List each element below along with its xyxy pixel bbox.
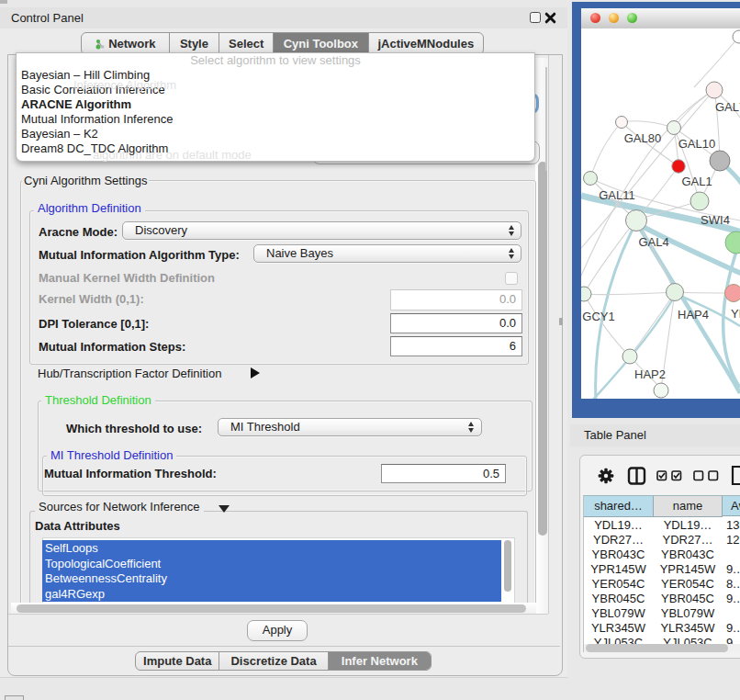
svg-text:GCY1: GCY1 xyxy=(582,310,614,323)
svg-text:GAL11: GAL11 xyxy=(599,188,635,202)
svg-text:GAL7: GAL7 xyxy=(715,100,740,114)
svg-text:HAP4: HAP4 xyxy=(678,308,709,322)
svg-text:GAL10: GAL10 xyxy=(678,137,715,151)
svg-text:GAL1: GAL1 xyxy=(681,175,712,188)
svg-text:GAL4: GAL4 xyxy=(638,235,668,249)
svg-text:YM: YM xyxy=(731,307,740,321)
svg-text:GAL80: GAL80 xyxy=(624,131,661,145)
svg-text:SWI4: SWI4 xyxy=(701,213,730,227)
svg-text:HAP2: HAP2 xyxy=(634,367,666,381)
